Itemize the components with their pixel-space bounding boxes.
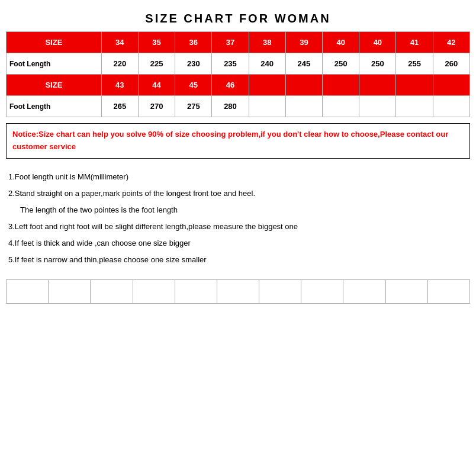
instruction-2b: The length of the two pointes is the foo… <box>8 202 468 218</box>
table1-header-3: 36 <box>175 32 212 53</box>
table1-header-5: 38 <box>249 32 285 53</box>
table2-val-5 <box>285 96 322 117</box>
table2-header-2: 44 <box>138 75 175 96</box>
chart-title: SIZE CHART FOR WOMAN <box>6 12 470 25</box>
table1-header-9: 41 <box>396 32 433 53</box>
bottom-cell-10 <box>427 279 469 303</box>
table1-header-6: 39 <box>285 32 322 53</box>
table1-val-8: 255 <box>396 53 433 75</box>
bottom-cell-0 <box>7 279 49 303</box>
table2-val-0: 265 <box>101 96 138 117</box>
size-table-1: SIZE 34 35 36 37 38 39 40 40 41 42 Foot … <box>6 31 470 117</box>
table1-val-4: 240 <box>249 53 285 75</box>
table1-header-4: 37 <box>212 32 249 53</box>
page-wrapper: SIZE CHART FOR WOMAN SIZE 34 35 36 37 38… <box>0 0 476 317</box>
bottom-table <box>6 279 470 304</box>
instructions: 1.Foot length unit is MM(millimeter) 2.S… <box>6 165 470 274</box>
table2-header-3: 45 <box>175 75 212 96</box>
instruction-2: 2.Stand straight on a paper,mark points … <box>8 186 468 201</box>
table1-row-label: Foot Length <box>7 53 102 75</box>
table2-header-9 <box>396 75 433 96</box>
bottom-cell-7 <box>301 279 343 303</box>
bottom-cell-9 <box>385 279 427 303</box>
table2-val-4 <box>249 96 285 117</box>
table2-val-1: 270 <box>138 96 175 117</box>
notice-text: Notice:Size chart can help you solve 90%… <box>12 130 448 151</box>
bottom-cell-8 <box>343 279 385 303</box>
instruction-1: 1.Foot length unit is MM(millimeter) <box>8 169 468 185</box>
table2-val-2: 275 <box>175 96 212 117</box>
table1-val-2: 230 <box>175 53 212 75</box>
table2-val-6 <box>323 96 359 117</box>
bottom-cell-4 <box>175 279 217 303</box>
bottom-cell-6 <box>259 279 301 303</box>
table2-header-7 <box>323 75 359 96</box>
table1-val-5: 245 <box>285 53 322 75</box>
table2-header-1: 43 <box>101 75 138 96</box>
table1-val-6: 250 <box>323 53 359 75</box>
table2-row-label: Foot Length <box>7 96 102 117</box>
table2-header-0: SIZE <box>7 75 102 96</box>
table2-header-4: 46 <box>212 75 249 96</box>
table1-header-8: 40 <box>359 32 396 53</box>
table1-val-7: 250 <box>359 53 396 75</box>
table1-val-1: 225 <box>138 53 175 75</box>
table1-header-10: 42 <box>433 32 469 53</box>
table1-header-2: 35 <box>138 32 175 53</box>
table2-header-6 <box>285 75 322 96</box>
notice-box: Notice:Size chart can help you solve 90%… <box>6 123 470 159</box>
bottom-cell-2 <box>91 279 133 303</box>
table2-val-8 <box>396 96 433 117</box>
bottom-cell-1 <box>49 279 91 303</box>
table1-header-1: 34 <box>101 32 138 53</box>
table2-header-5 <box>249 75 285 96</box>
instruction-5: 5.If feet is narrow and thin,please choo… <box>8 252 468 268</box>
instruction-3: 3.Left foot and right foot will be sligh… <box>8 219 468 234</box>
table2-val-9 <box>433 96 469 117</box>
table1-val-0: 220 <box>101 53 138 75</box>
table2-header-10 <box>433 75 469 96</box>
bottom-cell-3 <box>133 279 175 303</box>
table2-val-3: 280 <box>212 96 249 117</box>
instruction-4: 4.If feet is thick and wide ,can choose … <box>8 236 468 251</box>
table2-val-7 <box>359 96 396 117</box>
table1-val-3: 235 <box>212 53 249 75</box>
bottom-cell-5 <box>217 279 259 303</box>
table2-header-8 <box>359 75 396 96</box>
table1-header-0: SIZE <box>7 32 102 53</box>
table1-val-9: 260 <box>433 53 469 75</box>
table1-header-7: 40 <box>323 32 359 53</box>
